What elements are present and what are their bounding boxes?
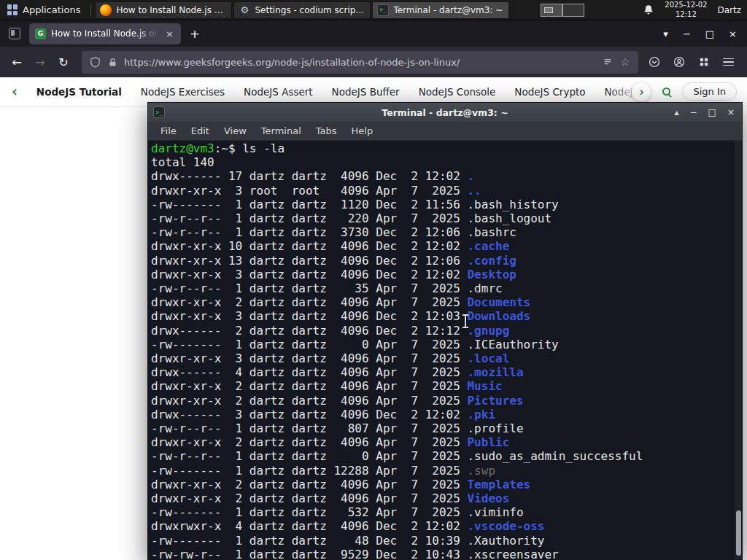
- command-text: ls -la: [242, 141, 285, 155]
- account-icon[interactable]: [673, 56, 685, 68]
- bookmark-star-icon[interactable]: ☆: [619, 56, 631, 68]
- user-label: Dartz: [717, 5, 741, 15]
- site-search-icon[interactable]: [662, 88, 670, 96]
- file-name: .local: [467, 351, 509, 365]
- site-nav-item[interactable]: NodeJS Tutorial: [36, 86, 122, 98]
- file-name: Downloads: [467, 309, 530, 323]
- file-name: Pictures: [467, 394, 523, 408]
- file-meta: drwx------ 3 dartz dartz 4096 Dec 2 12:0…: [151, 408, 467, 421]
- site-nav-item[interactable]: NodeJS Exercises: [141, 86, 225, 98]
- terminal-listing: drwx------ 17 dartz dartz 4096 Dec 2 12:…: [151, 169, 742, 559]
- terminal-line: drwxr-xr-x 2 dartz dartz 4096 Apr 7 2025…: [151, 491, 742, 505]
- taskbar-item[interactable]: How to Install Node.js o...: [95, 1, 232, 19]
- tab-close-icon[interactable]: ×: [164, 28, 175, 39]
- file-meta: -rw-r--r-- 1 dartz dartz 3730 Dec 2 12:0…: [151, 225, 467, 239]
- file-meta: -rw------- 1 dartz dartz 532 Apr 7 2025: [151, 505, 467, 519]
- terminal-titlebar[interactable]: >_ Terminal - dartz@vm3: ~ ▴ − □ ×: [148, 103, 742, 122]
- firefox-view-icon[interactable]: [9, 28, 20, 39]
- extensions-icon[interactable]: [698, 56, 710, 68]
- window-close-button[interactable]: ×: [729, 28, 737, 39]
- url-text[interactable]: https://www.geeksforgeeks.org/node-js/in…: [124, 57, 596, 68]
- terminal-line: drwxr-xr-x 13 dartz dartz 4096 Dec 2 12:…: [151, 254, 742, 268]
- pocket-icon[interactable]: [649, 56, 660, 68]
- file-meta: -rw------- 1 dartz dartz 0 Apr 7 2025: [151, 338, 467, 351]
- file-meta: drwxr-xr-x 2 dartz dartz 4096 Apr 7 2025: [151, 435, 467, 449]
- terminal-line: drwxr-xr-x 2 dartz dartz 4096 Apr 7 2025…: [151, 379, 742, 393]
- file-name: .mozilla: [467, 365, 523, 379]
- file-name: .cache: [467, 239, 509, 253]
- file-name: Documents: [467, 295, 530, 309]
- forward-button[interactable]: →: [29, 51, 51, 73]
- clock-time: 12:12: [665, 10, 707, 20]
- new-tab-button[interactable]: +: [185, 24, 204, 43]
- site-nav-item[interactable]: NodeJS Console: [419, 86, 496, 98]
- tabstrip-controls: ▾ − □ ×: [663, 28, 747, 39]
- terminal-close-button[interactable]: ×: [727, 107, 735, 117]
- tracking-shield-icon[interactable]: [89, 56, 101, 68]
- workspace-2[interactable]: [562, 4, 584, 17]
- file-meta: drwxr-xr-x 10 dartz dartz 4096 Dec 2 12:…: [151, 239, 467, 253]
- terminal-menu-file[interactable]: File: [154, 123, 183, 139]
- file-meta: -rw-rw-r-- 1 dartz dartz 9529 Dec 2 10:4…: [151, 548, 467, 559]
- file-meta: -rw------- 1 dartz dartz 48 Dec 2 10:39: [151, 534, 467, 548]
- site-nav-scroll-left-icon[interactable]: ‹: [12, 85, 18, 98]
- site-nav-scroll-right-icon[interactable]: ›: [632, 82, 651, 101]
- applications-menu[interactable]: Applications: [0, 0, 88, 20]
- terminal-menu-view[interactable]: View: [217, 123, 253, 139]
- site-nav-item[interactable]: NodeJS Crypto: [514, 86, 585, 98]
- terminal-scrollbar[interactable]: [735, 141, 741, 559]
- terminal-line: drwxrwxr-x 4 dartz dartz 4096 Dec 2 12:0…: [151, 519, 742, 533]
- window-maximize-button[interactable]: □: [705, 28, 714, 39]
- settings-icon: ⚙: [239, 4, 250, 16]
- reload-button[interactable]: ↻: [53, 51, 74, 73]
- terminal-line: drwxr-xr-x 3 dartz dartz 4096 Apr 7 2025…: [151, 351, 742, 365]
- back-button[interactable]: ←: [6, 51, 28, 73]
- workspace-1[interactable]: [541, 4, 562, 17]
- terminal-minimize-button[interactable]: −: [690, 107, 697, 117]
- clock[interactable]: 2025-12-02 12:12: [665, 1, 707, 19]
- terminal-prompt-line: dartz@vm3:~$ ls -la: [151, 141, 742, 155]
- file-meta: drwxr-xr-x 3 dartz dartz 4096 Dec 2 12:0…: [151, 268, 467, 281]
- browser-tab[interactable]: G How to Install Node.js on... ×: [29, 23, 181, 44]
- menu-button[interactable]: [723, 58, 734, 66]
- terminal-line: -rw------- 1 dartz dartz 48 Dec 2 10:39 …: [151, 534, 742, 548]
- list-tabs-icon[interactable]: ▾: [663, 28, 668, 39]
- file-name: Desktop: [467, 268, 516, 281]
- lock-icon[interactable]: [107, 56, 118, 68]
- top-panel: Applications How to Install Node.js o...…: [0, 0, 747, 20]
- workspace-switcher[interactable]: [541, 4, 584, 17]
- terminal-scrollbar-thumb[interactable]: [736, 510, 741, 556]
- window-minimize-button[interactable]: −: [683, 28, 691, 39]
- terminal-titlebar-buttons: ▴ − □ ×: [675, 107, 743, 117]
- terminal-line: drwxr-xr-x 3 dartz dartz 4096 Dec 2 12:0…: [151, 268, 742, 281]
- terminal-line: -rw-r--r-- 1 dartz dartz 807 Apr 7 2025 …: [151, 421, 742, 435]
- sign-in-button[interactable]: Sign In: [682, 82, 737, 101]
- site-nav-item[interactable]: NodeJS Assert: [244, 86, 313, 98]
- reader-view-icon[interactable]: [602, 56, 614, 68]
- file-name: .profile: [467, 421, 523, 435]
- file-name: Templates: [467, 478, 530, 491]
- terminal-menu-tabs[interactable]: Tabs: [309, 123, 344, 139]
- taskbar-item[interactable]: >_Terminal - dartz@vm3: ~: [372, 1, 509, 19]
- notifications-bell-icon[interactable]: [643, 4, 654, 16]
- terminal-menu-edit[interactable]: Edit: [185, 123, 216, 139]
- file-name: Public: [467, 435, 509, 449]
- terminal-output[interactable]: dartz@vm3:~$ ls -la total 140 drwx------…: [148, 141, 742, 559]
- terminal-line: -rw------- 1 dartz dartz 12288 Apr 7 202…: [151, 464, 742, 478]
- taskbar-item[interactable]: ⚙Settings - codium script...: [233, 1, 371, 19]
- terminal-maximize-button[interactable]: □: [708, 107, 716, 117]
- file-meta: -rw-r--r-- 1 dartz dartz 35 Apr 7 2025: [151, 281, 467, 295]
- terminal-line: -rw------- 1 dartz dartz 0 Apr 7 2025 .I…: [151, 338, 742, 351]
- terminal-menu-terminal[interactable]: Terminal: [255, 123, 308, 139]
- site-nav-item[interactable]: NodeJS Buffer: [332, 86, 400, 98]
- file-meta: drwxr-xr-x 2 dartz dartz 4096 Apr 7 2025: [151, 491, 467, 505]
- file-meta: drwxr-xr-x 3 dartz dartz 4096 Dec 2 12:0…: [151, 309, 467, 323]
- terminal-shade-button[interactable]: ▴: [675, 107, 679, 117]
- terminal-menu-help[interactable]: Help: [345, 123, 380, 139]
- site-favicon: G: [35, 28, 46, 39]
- url-bar[interactable]: https://www.geeksforgeeks.org/node-js/in…: [82, 51, 638, 74]
- file-name: .: [467, 169, 474, 183]
- toolbar-icons: [646, 56, 741, 68]
- tab-title: How to Install Node.js on...: [51, 28, 159, 39]
- file-name: Videos: [467, 491, 509, 505]
